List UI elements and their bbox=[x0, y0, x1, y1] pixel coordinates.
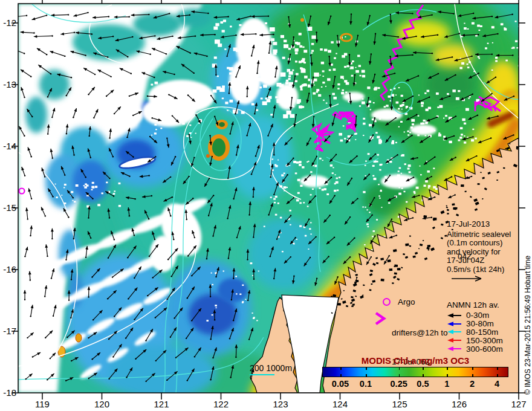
anmn-entry: 0-30m bbox=[447, 311, 503, 320]
colorbar-tick bbox=[340, 367, 342, 370]
x-tick-label: 119 bbox=[34, 399, 51, 409]
x-tick-label: 125 bbox=[391, 399, 408, 409]
y-tick-label: -16 bbox=[0, 264, 16, 274]
anmn-entry: 300-600m bbox=[447, 345, 503, 353]
anmn-entry: 30-80m bbox=[447, 320, 503, 328]
colorbar-title: MODIS Chl-a mg/m3 OC3 bbox=[322, 355, 508, 366]
anmn-entry: 150-300m bbox=[447, 336, 503, 345]
velocity-scale-arrow-icon bbox=[451, 274, 485, 282]
anmn-title: ANMN 12h av. bbox=[447, 300, 503, 309]
colorbar-tick-label: 0.05 bbox=[332, 379, 349, 389]
isobath-scale-line bbox=[250, 374, 274, 375]
anmn-entry-label: 150-300m bbox=[466, 336, 503, 345]
anmn-entry-label: 30-80m bbox=[466, 319, 494, 328]
depth-arrow-icon bbox=[447, 312, 462, 319]
y-tick-label: -12 bbox=[0, 18, 16, 28]
x-tick-label: 127 bbox=[510, 399, 527, 409]
colorbar-tick bbox=[399, 374, 400, 377]
colorbar-tick-label: 2 bbox=[470, 379, 475, 389]
depth-arrow-icon bbox=[447, 321, 462, 327]
y-tick-label: -15 bbox=[0, 202, 16, 213]
datetime-date: 17-Jul-2013 bbox=[447, 219, 490, 230]
x-tick-label: 126 bbox=[451, 399, 468, 409]
colorbar-tick bbox=[447, 367, 448, 370]
drifter-chevron-icon bbox=[374, 311, 387, 326]
drifters-line1: drifters@12h to bbox=[392, 328, 448, 338]
anmn-rows: 0-30m30-80m80-150m150-300m300-600m bbox=[447, 311, 503, 353]
y-tick-label: -13 bbox=[0, 79, 16, 89]
anmn-entry-label: 80-150m bbox=[466, 328, 498, 337]
anmn-entry-label: 300-600m bbox=[466, 345, 503, 354]
depth-arrow-icon bbox=[447, 329, 462, 335]
x-tick-label: 120 bbox=[94, 399, 111, 409]
copyright-text: © IMOS 23-Mar-2015 21:56:49 Hobart time bbox=[524, 219, 532, 395]
colorbar-tick bbox=[497, 374, 498, 377]
altimetric-note-line: 17-Jul 04Z bbox=[447, 256, 511, 265]
argo-label: Argo bbox=[398, 297, 415, 306]
colorbar-tick bbox=[447, 374, 448, 377]
anmn-legend: ANMN 12h av. 0-30m30-80m80-150m150-300m3… bbox=[447, 300, 503, 353]
argo-float-icon bbox=[383, 298, 391, 306]
colorbar-tick bbox=[423, 374, 424, 377]
altimetric-note-line: (0.1m contours) bbox=[447, 239, 511, 247]
colorbar-tick bbox=[340, 374, 342, 377]
modis-chl-map-figure: 17-Jul-2013 04Z Altimetric sealevel(0.1m… bbox=[0, 0, 532, 411]
anmn-entry-label: 0-30m bbox=[466, 311, 489, 320]
anmn-entry: 80-150m bbox=[447, 328, 503, 337]
y-tick-label: -18 bbox=[0, 387, 16, 398]
colorbar-tick-label: 0.5 bbox=[417, 379, 429, 389]
altimetric-note-line: 0.5m/s (1kt 24h) bbox=[447, 265, 511, 274]
x-tick-label: 121 bbox=[153, 399, 170, 409]
y-tick-label: -17 bbox=[0, 326, 16, 336]
altimetric-note: Altimetric sealevel(0.1m contours)and ve… bbox=[447, 230, 511, 274]
altimetric-note-line: and velocity for bbox=[447, 248, 511, 256]
x-tick-label: 122 bbox=[213, 399, 230, 409]
x-tick-label: 123 bbox=[272, 399, 289, 409]
colorbar-tick bbox=[423, 367, 424, 370]
colorbar-tick bbox=[497, 367, 498, 370]
y-tick-label: -14 bbox=[0, 141, 16, 151]
colorbar-tick bbox=[399, 367, 400, 370]
depth-arrow-icon bbox=[447, 346, 462, 352]
depth-arrow-icon bbox=[447, 337, 462, 343]
isobath-scale-label: 200 1000m bbox=[250, 363, 292, 373]
colorbar-tick-label: 4 bbox=[495, 379, 499, 389]
colorbar-tick-label: 0.25 bbox=[391, 379, 407, 389]
altimetric-note-line: Altimetric sealevel bbox=[447, 230, 511, 239]
colorbar-tick-label: 1 bbox=[444, 379, 449, 389]
colorbar-tick-label: 0.1 bbox=[360, 379, 372, 389]
colorbar-tick bbox=[472, 374, 473, 377]
colorbar-tick bbox=[366, 367, 367, 370]
colorbar bbox=[322, 367, 508, 377]
colorbar-tick bbox=[472, 367, 473, 370]
colorbar-tick bbox=[366, 374, 367, 377]
x-tick-label: 124 bbox=[332, 399, 349, 409]
